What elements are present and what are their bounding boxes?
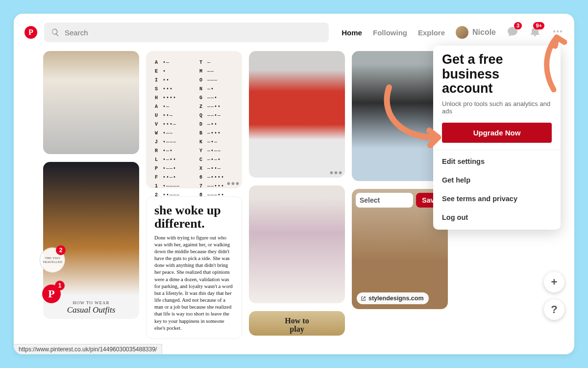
dropdown-title: Get a free business account xyxy=(442,53,552,96)
pin-howto-play[interactable]: How to play xyxy=(249,311,345,336)
pin-outfit-mirror[interactable] xyxy=(43,51,139,154)
pin-more-icon[interactable]: ••• xyxy=(227,178,240,189)
pin-more-icon[interactable]: ••• xyxy=(330,167,343,179)
ellipsis-icon xyxy=(552,26,564,37)
upgrade-now-button[interactable]: Upgrade Now xyxy=(442,123,552,143)
svg-point-1 xyxy=(557,30,559,32)
count-badge-bottom: 1 xyxy=(55,281,65,290)
status-bar-url: https://www.pinterest.co.uk/pin/14496030… xyxy=(14,344,162,354)
avatar xyxy=(456,26,468,39)
count-badge-top: 2 xyxy=(56,245,66,255)
help-button[interactable]: ? xyxy=(544,299,564,320)
menu-edit-settings[interactable]: Edit settings xyxy=(442,152,552,171)
morse-content: A•—E•I••S•••H••••A•—U••—V•••—W•——J•———R•… xyxy=(146,51,242,188)
top-nav: Home Following Explore Nicole 3 9+ xyxy=(342,26,564,39)
pin-morse-code[interactable]: A•—E•I••S•••H••••A•—U••—V•••—W•——J•———R•… xyxy=(146,51,242,188)
svg-point-2 xyxy=(560,30,562,32)
nav-following[interactable]: Following xyxy=(373,28,407,37)
more-menu-dropdown: Get a free business account Unlock pro t… xyxy=(433,46,561,230)
more-menu-button[interactable] xyxy=(552,26,564,39)
nav-explore[interactable]: Explore xyxy=(418,28,445,37)
search-icon xyxy=(51,28,60,37)
search-bar[interactable] xyxy=(44,23,329,42)
nav-user[interactable]: Nicole xyxy=(456,26,496,39)
user-name-label: Nicole xyxy=(472,28,496,37)
pin-vanity[interactable] xyxy=(249,185,345,303)
quote-body: Done with trying to figure out who was w… xyxy=(154,235,234,332)
fab-stack: + ? xyxy=(544,272,564,320)
menu-log-out[interactable]: Log out xyxy=(442,208,552,227)
dropdown-subtitle: Unlock pro tools such as analytics and a… xyxy=(442,100,552,115)
floral-caption: HOW TO WEAR Casual Outfits xyxy=(43,300,139,315)
svg-point-0 xyxy=(553,30,555,32)
notifications-button[interactable]: 9+ xyxy=(529,26,541,39)
messages-button[interactable]: 3 xyxy=(507,26,518,39)
board-select[interactable]: Select xyxy=(356,193,413,208)
menu-get-help[interactable]: Get help xyxy=(442,171,552,189)
source-chip[interactable]: stylendesigns.com xyxy=(357,292,429,304)
quote-title: she woke up different. xyxy=(154,204,234,231)
menu-terms[interactable]: See terms and privacy xyxy=(442,189,552,208)
external-link-icon xyxy=(361,296,366,301)
nav-home[interactable]: Home xyxy=(342,28,362,37)
notifications-badge: 9+ xyxy=(533,22,544,29)
pinterest-logo-icon[interactable]: P xyxy=(24,26,37,39)
pin-red-skirt[interactable]: ••• xyxy=(249,51,345,178)
add-button[interactable]: + xyxy=(544,272,564,292)
messages-badge: 3 xyxy=(514,22,522,29)
pin-quote[interactable]: she woke up different. Done with trying … xyxy=(146,196,242,339)
search-input[interactable] xyxy=(65,28,322,37)
pin-floral-outfit[interactable]: THE TWO TRAVELLED 2 P 1 HOW TO WEAR Casu… xyxy=(43,162,139,319)
divider xyxy=(433,150,561,150)
header: P Home Following Explore Nicole 3 9+ xyxy=(14,14,574,48)
app-frame: P Home Following Explore Nicole 3 9+ xyxy=(14,14,574,354)
